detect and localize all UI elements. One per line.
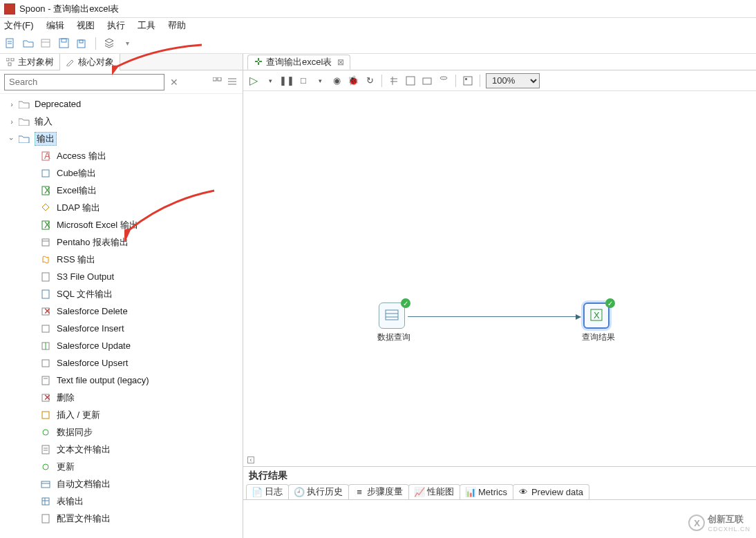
tree-item[interactable]: 插入 / 更新	[0, 406, 243, 423]
menu-edit[interactable]: 编辑	[46, 19, 64, 32]
tree-item[interactable]: ✕删除	[0, 389, 243, 406]
step-icon	[40, 479, 51, 490]
watermark-icon: X	[688, 515, 705, 531]
tree-label: Microsoft Excel 输出	[57, 219, 138, 231]
expand-all-icon[interactable]	[212, 77, 223, 88]
main-toolbar: ▾	[0, 33, 756, 54]
run-icon[interactable]: ▷	[247, 75, 260, 87]
close-tab-icon[interactable]: ⊠	[337, 57, 344, 67]
tree-item[interactable]: Salesforce Insert	[0, 320, 243, 337]
step-icon: ✕	[40, 306, 51, 317]
explore-icon[interactable]	[40, 37, 53, 50]
folder-open-icon	[18, 134, 30, 144]
tab-main-objects[interactable]: 主对象树	[0, 54, 60, 70]
svg-rect-9	[6, 58, 9, 61]
success-badge-icon: ✓	[605, 298, 615, 308]
step-icon	[40, 358, 51, 369]
dropdown-menu-icon[interactable]: ▾	[121, 37, 133, 50]
canvas[interactable]: ✓ 数据查询 X ✓ 查询结果 ‹	[243, 91, 756, 466]
tree-label: 自动文档输出	[57, 478, 111, 490]
expand-minimap-icon[interactable]: ‹	[247, 457, 254, 463]
impact-icon[interactable]	[404, 75, 417, 87]
tree-label: 表输出	[57, 495, 84, 508]
tab-step-metrics[interactable]: ≡步骤度量	[348, 484, 409, 499]
svg-rect-46	[42, 515, 49, 523]
tree-input[interactable]: › 输入	[0, 113, 243, 130]
svg-rect-33	[42, 376, 49, 385]
search-input[interactable]	[4, 74, 164, 90]
stop-dropdown-icon[interactable]: ▾	[314, 75, 326, 87]
svg-text:X: X	[594, 310, 600, 320]
tree-item[interactable]: LDAP 输出	[0, 199, 243, 216]
hop-edge[interactable]	[408, 316, 580, 317]
debug-icon[interactable]: 🐞	[347, 75, 359, 87]
tree-item[interactable]: Cube输出	[0, 164, 243, 182]
node-query-result[interactable]: X ✓ 查询结果	[582, 302, 611, 343]
tree-item[interactable]: Salesforce Update	[0, 337, 243, 354]
tab-log[interactable]: 📄日志	[246, 484, 289, 499]
menu-file[interactable]: 文件(F)	[4, 19, 34, 32]
preview-icon[interactable]: ◉	[330, 75, 343, 87]
collapse-twist-icon[interactable]: ›	[8, 134, 16, 144]
tree-item[interactable]: 表输出	[0, 492, 243, 510]
stop-icon[interactable]: □	[297, 75, 310, 87]
show-results-icon[interactable]	[462, 75, 474, 87]
tree-item[interactable]: 文本文件输出	[0, 441, 243, 458]
tab-core-objects[interactable]: 核心对象	[60, 54, 120, 70]
pause-icon[interactable]: ❚❚	[281, 75, 293, 87]
tab-metrics[interactable]: 📊Metrics	[460, 484, 513, 499]
search-clear-icon[interactable]: ✕	[169, 77, 180, 88]
save-icon[interactable]	[58, 37, 70, 50]
save-as-icon[interactable]	[76, 37, 88, 50]
open-file-icon[interactable]	[22, 37, 35, 50]
excel-output-icon: X	[589, 307, 604, 325]
tree-item[interactable]: XExcel输出	[0, 182, 243, 199]
editor-tab-active[interactable]: 查询输出excel表 ⊠	[247, 55, 350, 70]
expand-twist-icon[interactable]: ›	[7, 100, 17, 108]
new-file-icon[interactable]	[4, 37, 17, 50]
run-dropdown-icon[interactable]: ▾	[264, 75, 276, 87]
tree-label: 输出	[35, 132, 57, 146]
tree-item[interactable]: 数据同步	[0, 423, 243, 441]
svg-rect-47	[406, 77, 415, 85]
tab-history[interactable]: 🕘执行历史	[288, 484, 349, 499]
tree-item[interactable]: RSS 输出	[0, 251, 243, 268]
collapse-all-icon[interactable]	[227, 77, 238, 88]
tab-preview-data[interactable]: 👁Preview data	[513, 484, 589, 499]
sql-icon[interactable]	[421, 75, 433, 87]
tree-item[interactable]: 配置文件输出	[0, 510, 243, 527]
tree-item[interactable]: AAccess 输出	[0, 147, 243, 164]
menu-run[interactable]: 执行	[107, 19, 125, 32]
zoom-select[interactable]: 100%	[486, 73, 540, 88]
tree-item[interactable]: ✕Salesforce Delete	[0, 302, 243, 320]
verify-icon[interactable]	[388, 75, 400, 87]
tab-perf-graph[interactable]: 📈性能图	[408, 484, 460, 499]
tree-item[interactable]: Pentaho 报表输出	[0, 233, 243, 251]
title-bar: Spoon - 查询输出excel表	[0, 0, 756, 18]
svg-rect-3	[41, 39, 50, 47]
tree-item[interactable]: XMicrosoft Excel 输出	[0, 216, 243, 233]
tree-item[interactable]: S3 File Output	[0, 268, 243, 285]
tree-item[interactable]: Text file output (legacy)	[0, 372, 243, 389]
tree-item[interactable]: 自动文档输出	[0, 475, 243, 492]
svg-rect-5	[59, 39, 68, 48]
node-data-query[interactable]: ✓ 数据查询	[377, 302, 406, 343]
tree-icon	[6, 57, 15, 67]
tree-item[interactable]: SQL 文件输出	[0, 285, 243, 302]
tree-item[interactable]: Salesforce Upsert	[0, 354, 243, 372]
replay-icon[interactable]: ↻	[363, 75, 376, 87]
tree-output[interactable]: › 输出	[0, 130, 243, 147]
layers-icon[interactable]	[103, 37, 115, 50]
step-icon	[40, 237, 51, 248]
step-icon	[40, 202, 51, 213]
tab-main-objects-label: 主对象树	[18, 56, 54, 68]
expand-twist-icon[interactable]: ›	[7, 117, 17, 126]
db-explore-icon[interactable]	[437, 75, 450, 87]
menu-tools[interactable]: 工具	[138, 19, 155, 32]
list-icon: ≡	[355, 487, 364, 497]
tree-deprecated[interactable]: › Deprecated	[0, 95, 243, 113]
tree-item[interactable]: 更新	[0, 458, 243, 475]
menu-view[interactable]: 视图	[77, 19, 95, 32]
menu-help[interactable]: 帮助	[168, 19, 186, 32]
svg-rect-13	[218, 77, 221, 81]
